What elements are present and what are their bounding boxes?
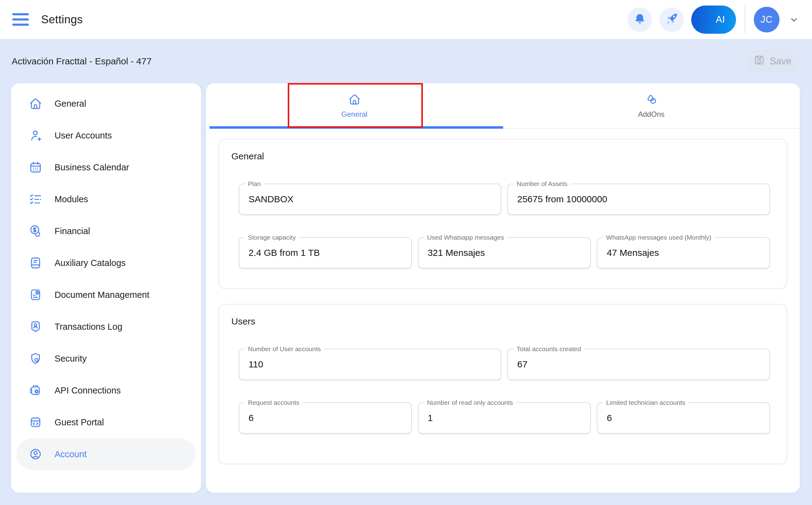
sidebar-item-guest-portal[interactable]: Guest Portal — [17, 406, 196, 438]
sidebar-item-security[interactable]: Security — [17, 343, 196, 374]
field-number-of-assets[interactable]: Number of Assets 25675 from 10000000 — [508, 184, 770, 215]
active-tab-underline — [210, 126, 503, 129]
field-request-accounts[interactable]: Request accounts 6 — [239, 402, 412, 434]
sidebar-item-modules[interactable]: Modules — [17, 183, 196, 215]
field-total-accounts-created[interactable]: Total accounts created 67 — [508, 349, 770, 380]
rocket-icon — [665, 13, 678, 27]
sidebar-item-label: General — [54, 99, 86, 109]
field-label: WhatsApp messages used (Monthly) — [603, 233, 714, 241]
field-used-whatsapp-messages[interactable]: Used Whatsapp messages 321 Mensajes — [418, 237, 591, 269]
sidebar-item-label: Account — [54, 449, 87, 459]
tab-panel-general: General Plan SANDBOX Number of Assets 25… — [206, 129, 800, 464]
floppy-disk-icon — [754, 54, 765, 68]
portal-window-icon — [29, 415, 42, 429]
field-label: Storage capacity — [245, 233, 299, 241]
checklist-icon — [29, 192, 42, 206]
field-value: 67 — [517, 359, 527, 369]
field-label: Limited technician accounts — [603, 399, 688, 406]
user-circle-icon — [29, 448, 42, 461]
sidebar-item-label: Business Calendar — [54, 162, 129, 173]
field-value: 25675 from 10000000 — [517, 194, 607, 204]
book-icon — [29, 256, 42, 270]
top-app-bar: Settings AI JC — [0, 0, 812, 39]
sidebar-item-auxiliary-catalogs[interactable]: Auxiliary Catalogs — [17, 247, 196, 279]
tab-general[interactable]: General — [206, 83, 503, 128]
general-card: General Plan SANDBOX Number of Assets 25… — [218, 139, 787, 289]
sidebar-item-general[interactable]: General — [17, 88, 196, 120]
settings-page: Settings AI JC Activación Fracttal - Esp… — [0, 0, 812, 505]
addons-shapes-icon — [645, 93, 658, 106]
ai-button[interactable]: AI — [691, 6, 736, 34]
sidebar-item-label: User Accounts — [54, 131, 112, 141]
field-label: Request accounts — [245, 399, 302, 406]
sidebar-item-label: Auxiliary Catalogs — [54, 258, 126, 268]
field-value: 1 — [428, 413, 433, 423]
topbar-actions: AI JC — [628, 6, 799, 34]
sub-header-bar: Activación Fracttal - Español - 477 Save — [0, 39, 812, 83]
sidebar-item-document-management[interactable]: Document Management — [17, 279, 196, 311]
field-value: 47 Mensajes — [607, 247, 659, 258]
sidebar-item-label: Security — [54, 354, 87, 364]
field-number-of-user-accounts[interactable]: Number of User accounts 110 — [239, 349, 501, 380]
save-button-label: Save — [770, 56, 792, 67]
tab-label: AddOns — [638, 110, 665, 119]
bell-icon — [633, 13, 646, 27]
sidebar-item-label: Guest Portal — [54, 417, 104, 428]
home-icon — [29, 97, 42, 110]
avatar-initials: JC — [761, 14, 773, 25]
field-read-only-accounts[interactable]: Number of read only accounts 1 — [418, 402, 591, 434]
users-card: Users Number of User accounts 110 Total … — [218, 304, 787, 464]
sidebar-item-api-connections[interactable]: API Connections — [17, 374, 196, 406]
sidebar-item-label: Modules — [54, 194, 88, 204]
home-icon — [348, 93, 361, 106]
field-value: 321 Mensajes — [428, 247, 485, 258]
field-value: SANDBOX — [248, 194, 293, 204]
notifications-button[interactable] — [628, 7, 652, 32]
tab-label: General — [341, 110, 367, 119]
avatar[interactable]: JC — [754, 7, 780, 32]
receipt-person-icon — [29, 320, 42, 333]
tab-bar: General AddOns — [206, 83, 800, 129]
field-value: 2.4 GB from 1 TB — [248, 247, 320, 258]
sidebar-item-account[interactable]: Account — [17, 438, 196, 470]
dollar-circle-icon — [29, 224, 42, 238]
sidebar-item-user-accounts[interactable]: User Accounts — [17, 120, 196, 151]
field-value: 6 — [248, 413, 254, 423]
sidebar-item-transactions-log[interactable]: Transactions Log — [17, 311, 196, 343]
hamburger-menu-icon[interactable] — [12, 13, 29, 26]
field-storage-capacity[interactable]: Storage capacity 2.4 GB from 1 TB — [239, 237, 412, 269]
users-card-title: Users — [219, 305, 787, 327]
field-whatsapp-messages-monthly[interactable]: WhatsApp messages used (Monthly) 47 Mens… — [597, 237, 770, 269]
topbar-divider — [745, 6, 745, 34]
sidebar-item-label: Financial — [54, 226, 90, 236]
document-clock-icon — [29, 288, 42, 302]
field-label: Number of Assets — [514, 180, 571, 188]
field-label: Plan — [245, 180, 264, 188]
user-plus-icon — [29, 129, 42, 142]
sidebar-item-label: Transactions Log — [54, 322, 122, 332]
sidebar-item-label: Document Management — [54, 290, 150, 300]
ai-button-label: AI — [716, 14, 725, 25]
field-label: Number of User accounts — [245, 345, 324, 353]
field-value: 6 — [607, 413, 612, 423]
tab-addons[interactable]: AddOns — [503, 83, 800, 128]
field-plan[interactable]: Plan SANDBOX — [239, 184, 501, 215]
account-panel: General AddOns General Plan — [206, 83, 800, 493]
shield-icon — [29, 352, 42, 365]
field-value: 110 — [248, 359, 263, 369]
page-title: Settings — [41, 13, 83, 26]
general-card-title: General — [219, 139, 787, 162]
field-limited-technician-accounts[interactable]: Limited technician accounts 6 — [597, 402, 770, 434]
content-area: General User Accounts Business Calendar … — [0, 83, 812, 505]
field-label: Number of read only accounts — [424, 399, 516, 406]
chevron-down-icon[interactable] — [789, 14, 799, 25]
sidebar-item-label: API Connections — [54, 385, 121, 395]
field-label: Used Whatsapp messages — [424, 233, 507, 241]
sidebar-item-business-calendar[interactable]: Business Calendar — [17, 151, 196, 183]
save-button[interactable]: Save — [746, 50, 799, 72]
sidebar-item-financial[interactable]: Financial — [17, 215, 196, 247]
field-label: Total accounts created — [514, 345, 584, 353]
breadcrumb: Activación Fracttal - Español - 477 — [12, 56, 152, 66]
calendar-icon — [29, 161, 42, 174]
boost-button[interactable] — [659, 7, 684, 32]
